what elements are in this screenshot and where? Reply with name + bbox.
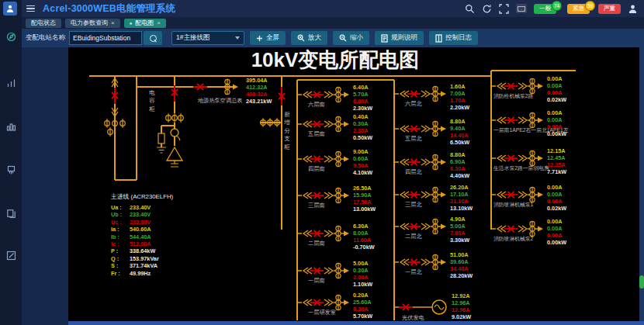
user-icon[interactable] (628, 4, 638, 14)
flow-arrow-icon (233, 85, 238, 90)
new-branch-label: 分 (284, 127, 290, 134)
close-icon[interactable]: × (157, 19, 161, 26)
branch-value: 26.50A (353, 185, 372, 192)
alarm-label: 紧急 (573, 5, 584, 12)
branch-value: -0.70kW (353, 244, 375, 251)
left-sidebar (0, 0, 22, 325)
vertical-scrollbar-thumb[interactable] (639, 275, 644, 289)
substation-diagram[interactable]: 10kV变电所配电图电容柜地源热泵空调总表395.04A412.32A400.3… (68, 47, 639, 321)
branch-value: 17.10A (450, 191, 469, 198)
isolator-chevrons-icon (324, 230, 333, 237)
alarm-level-severe[interactable]: 严重 (598, 4, 621, 14)
meter-row-value: 49.99Hz (130, 270, 151, 277)
alarm-level-urgent[interactable]: 紧急 59 (567, 4, 590, 14)
isolator-chevrons-icon (324, 192, 333, 199)
branch-value: 7.71kW (547, 168, 566, 175)
branch-value: 243.21kW (246, 98, 272, 105)
branch-value: 26.20A (450, 184, 469, 191)
branch-value: 4.90A (450, 216, 466, 223)
branch-label: 四层南 (308, 165, 325, 172)
meter-row-value: 153.97kVar (130, 255, 159, 262)
branch-value: 5.70kW (353, 313, 372, 320)
tab-distribution-diagram[interactable]: ● 配电图 × (124, 19, 166, 28)
branch-value: 9.50A (353, 162, 369, 169)
branch-value: 412.32A (246, 84, 268, 91)
branch-value: 0.30A (353, 120, 369, 127)
fullscreen-button[interactable]: 全屏 (250, 31, 286, 45)
branch-label: 三层北 (405, 201, 422, 208)
branch-value: 0.20A (353, 292, 369, 299)
flow-arrow-icon (441, 192, 446, 198)
branch-value: 13.10kW (450, 205, 473, 212)
diagram-select[interactable]: 1#主接线图 (171, 31, 244, 45)
alarm-level-general[interactable]: 一般 74 (534, 4, 556, 14)
branch-value: 400.32A (246, 91, 268, 98)
refresh-icon[interactable] (482, 4, 492, 14)
sine-wave-icon (435, 305, 444, 309)
zoom-in-button[interactable]: 放大 (291, 31, 327, 45)
branch-label: 三层南 (308, 202, 325, 209)
branch-value: 8.00A (353, 230, 369, 237)
single-line-diagram-canvas[interactable]: 10kV变电所配电图电容柜地源热泵空调总表395.04A412.32A400.3… (68, 47, 639, 321)
acrel-web-app: Acrel-3000WEB电能管理系统 一般 74 紧急 59 严重 (0, 0, 644, 325)
branch-value: 34.40A (450, 265, 469, 272)
tab-distribution-status[interactable]: 配电状态 (26, 19, 61, 28)
panel-icon[interactable] (516, 4, 527, 13)
zoom-out-button[interactable]: 缩小 (333, 31, 369, 45)
branch-value: 9.00A (353, 148, 369, 155)
branch-label: 消防喷淋机械泵2 (493, 236, 534, 242)
top-navbar: Acrel-3000WEB电能管理系统 一般 74 紧急 59 严重 (0, 0, 644, 17)
control-log-button[interactable]: 控制日志 (429, 31, 478, 45)
meter-row-value: 544.40A (130, 233, 151, 240)
branch-value: 0.00kW (547, 239, 566, 246)
meter-row-label: Q : (111, 255, 119, 262)
flow-arrow-icon (344, 268, 349, 274)
branch-value: 13.00kW (353, 206, 376, 213)
sidebar-item-device[interactable] (5, 164, 17, 176)
meter-row-label: Uc : (111, 219, 122, 226)
ct-symbol (171, 129, 178, 137)
branch-value: 2.00A (353, 274, 369, 281)
chevron-down-icon (235, 36, 240, 40)
branch-value: 0.40A (353, 113, 369, 120)
meter-row-label: Ia : (111, 226, 119, 233)
rules-description-button[interactable]: 规则说明 (375, 31, 424, 45)
search-icon[interactable] (465, 4, 475, 14)
station-name-input[interactable] (69, 31, 142, 45)
document-icon (381, 34, 388, 43)
branch-value: 0.00A (547, 198, 563, 205)
branch-value: 4.10kW (353, 169, 372, 176)
ground-symbol (157, 147, 166, 153)
horizontal-scrollbar[interactable] (68, 321, 644, 325)
close-icon[interactable]: × (111, 19, 115, 26)
sidebar-item-edit[interactable] (5, 250, 17, 261)
sidebar-item-documents[interactable] (5, 208, 17, 220)
alarm-count-badge: 59 (585, 1, 595, 11)
branch-value: 51.00A (450, 251, 469, 258)
branch-value: 0.00A (547, 109, 563, 116)
branch-value: 0.02kW (547, 96, 566, 103)
ct-symbol (176, 136, 180, 140)
fullscreen-icon[interactable] (499, 4, 509, 14)
menu-toggle-icon[interactable] (26, 5, 35, 12)
station-name-label: 变配电站名称 (26, 33, 65, 43)
flow-arrow-icon (344, 157, 349, 162)
sidebar-item-monitor[interactable] (5, 31, 17, 43)
branch-value: 0.00A (547, 218, 563, 225)
branch-value: 8.80A (450, 118, 466, 125)
station-search-button[interactable] (144, 31, 162, 45)
new-branch-label: 支 (284, 135, 290, 142)
branch-value: 0.00A (547, 75, 563, 82)
isolator-chevrons-icon (421, 192, 430, 198)
sidebar-item-bar-chart[interactable] (5, 78, 17, 89)
branch-value: 0.00A (547, 89, 563, 96)
avatar[interactable] (3, 2, 17, 16)
branch-value: 2.20kW (450, 104, 469, 111)
meter-row-value: 540.60A (130, 226, 151, 233)
flow-arrow-icon (344, 300, 349, 306)
tab-power-parameter-query[interactable]: 电力参数查询 × (65, 19, 120, 28)
sidebar-item-analytics[interactable] (5, 121, 17, 133)
flow-arrow-icon (441, 160, 446, 165)
alarm-label: 严重 (604, 5, 615, 12)
branch-value: 14.40A (450, 132, 469, 139)
